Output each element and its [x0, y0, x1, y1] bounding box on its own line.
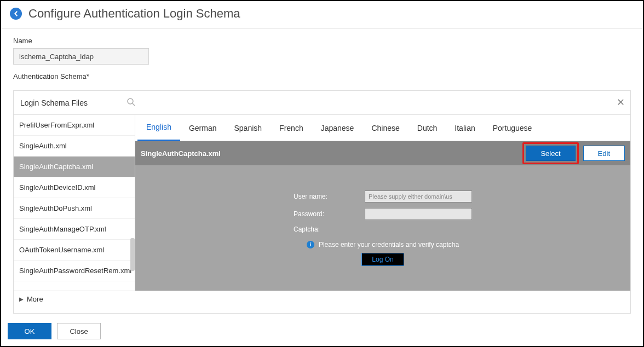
captcha-label: Captcha: [294, 225, 365, 233]
info-icon: i [307, 241, 314, 248]
name-label: Name [13, 37, 631, 45]
page-header: Configure Authentication Login Schema [1, 1, 643, 29]
close-button[interactable]: Close [57, 323, 101, 339]
list-item[interactable]: SingleAuthManageOTP.xml [14, 219, 135, 240]
ok-button[interactable]: OK [8, 323, 51, 339]
more-toggle[interactable]: ▶ More [14, 291, 630, 307]
scrollbar-thumb[interactable] [130, 238, 135, 271]
list-item[interactable]: SingleAuthPasswordResetRem.xml [14, 261, 135, 281]
close-icon[interactable]: ✕ [617, 97, 625, 107]
password-input[interactable] [365, 208, 472, 220]
list-item[interactable]: SingleAuth.xml [14, 136, 135, 157]
form-area: Name Authentication Schema* [1, 29, 643, 85]
select-button[interactable]: Select [526, 146, 575, 161]
tab-chinese[interactable]: Chinese [363, 115, 408, 141]
back-button[interactable] [10, 8, 22, 20]
tab-german[interactable]: German [180, 115, 226, 141]
more-label: More [27, 295, 43, 303]
info-row: i Please enter your credentials and veri… [307, 241, 459, 248]
back-arrow-icon [13, 11, 19, 16]
file-bar: SingleAuthCaptcha.xml Select Edit [135, 141, 630, 165]
file-name-label: SingleAuthCaptcha.xml [141, 149, 221, 158]
password-label: Password: [294, 210, 365, 218]
tab-portuguese[interactable]: Portuguese [484, 115, 541, 141]
tab-french[interactable]: French [271, 115, 312, 141]
edit-button[interactable]: Edit [583, 146, 625, 161]
language-tabs: English German Spanish French Japanese C… [135, 115, 630, 141]
search-icon[interactable] [127, 97, 135, 108]
info-text: Please enter your credentials and verify… [319, 241, 459, 248]
tab-english[interactable]: English [137, 115, 180, 141]
name-input[interactable] [13, 48, 149, 65]
select-button-highlight: Select [522, 142, 578, 164]
username-label: User name: [294, 193, 365, 200]
tab-spanish[interactable]: Spanish [226, 115, 271, 141]
schema-panel: Login Schema Files ✕ PrefilUserFromExpr.… [13, 90, 631, 314]
page-title: Configure Authentication Login Schema [28, 7, 240, 21]
login-preview: User name: Password: Captcha: i Please e… [135, 165, 630, 291]
list-item[interactable]: SingleAuthDoPush.xml [14, 198, 135, 219]
auth-schema-label: Authentication Schema* [13, 72, 631, 80]
tab-japanese[interactable]: Japanese [312, 115, 363, 141]
panel-header: Login Schema Files ✕ [14, 91, 630, 115]
list-item-selected[interactable]: SingleAuthCaptcha.xml [14, 157, 135, 177]
dialog-footer: OK Close [8, 323, 101, 339]
tab-dutch[interactable]: Dutch [409, 115, 446, 141]
panel-title: Login Schema Files [20, 99, 88, 107]
username-input[interactable] [365, 190, 472, 203]
list-item[interactable]: PrefilUserFromExpr.xml [14, 115, 135, 136]
tab-italian[interactable]: Italian [446, 115, 484, 141]
file-list: PrefilUserFromExpr.xml SingleAuth.xml Si… [14, 115, 135, 291]
svg-point-0 [128, 99, 133, 104]
preview-pane: English German Spanish French Japanese C… [135, 115, 630, 291]
chevron-right-icon: ▶ [19, 296, 24, 302]
list-item[interactable]: OAuthTokenUsername.xml [14, 240, 135, 261]
list-item[interactable]: SingleAuthDeviceID.xml [14, 177, 135, 198]
logon-button[interactable]: Log On [361, 253, 404, 266]
svg-line-1 [133, 103, 135, 106]
